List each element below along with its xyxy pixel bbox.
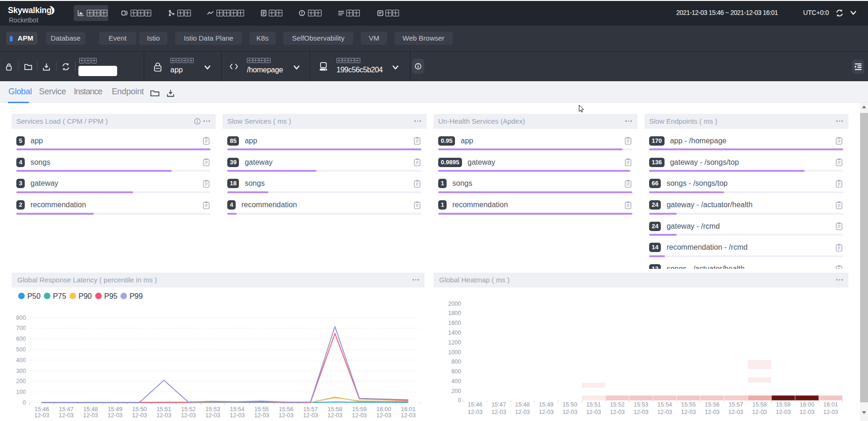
svg-text:12-03: 12-03 [376,412,391,419]
svg-text:15:49: 15:49 [539,401,553,408]
svg-text:15:53: 15:53 [205,406,220,413]
svg-text:600: 600 [16,336,26,342]
svg-text:2000: 2000 [448,301,461,307]
svg-text:12-03: 12-03 [59,412,74,419]
svg-text:15:53: 15:53 [634,401,648,408]
svg-text:0: 0 [458,397,461,404]
svg-text:15:59: 15:59 [352,406,366,413]
svg-text:16:01: 16:01 [401,406,415,413]
svg-text:300: 300 [16,368,26,374]
svg-text:16:01: 16:01 [823,401,838,408]
svg-text:15:57: 15:57 [728,401,743,408]
svg-text:12-03: 12-03 [83,412,98,419]
svg-text:200: 200 [451,388,461,394]
svg-text:15:50: 15:50 [132,406,147,413]
svg-text:12-03: 12-03 [515,409,530,415]
svg-text:12-03: 12-03 [705,409,720,415]
svg-text:12-03: 12-03 [181,412,196,419]
svg-text:15:48: 15:48 [515,401,530,408]
svg-text:15:50: 15:50 [563,401,577,408]
svg-text:0: 0 [22,400,26,406]
svg-text:700: 700 [16,325,26,331]
svg-text:400: 400 [16,357,26,364]
svg-text:12-03: 12-03 [230,412,245,419]
svg-text:12-03: 12-03 [681,409,696,415]
svg-text:12-03: 12-03 [562,409,577,415]
svg-text:15:59: 15:59 [776,401,791,408]
svg-text:12-03: 12-03 [610,409,625,415]
svg-text:12-03: 12-03 [799,409,814,415]
svg-text:12-03: 12-03 [728,409,743,415]
svg-text:100: 100 [16,389,26,395]
svg-text:12-03: 12-03 [352,412,367,419]
svg-text:15:54: 15:54 [230,406,245,413]
svg-text:15:52: 15:52 [181,406,196,413]
svg-text:15:58: 15:58 [752,401,767,408]
svg-text:1200: 1200 [448,339,461,346]
svg-text:15:49: 15:49 [108,406,122,413]
svg-text:800: 800 [451,358,461,365]
svg-text:12-03: 12-03 [132,412,147,419]
svg-text:12-03: 12-03 [254,412,269,419]
svg-text:400: 400 [451,378,461,385]
svg-text:12-03: 12-03 [823,409,838,415]
svg-text:800: 800 [16,315,26,321]
svg-text:15:51: 15:51 [157,406,171,413]
svg-text:12-03: 12-03 [539,409,553,415]
svg-text:12-03: 12-03 [35,412,49,419]
svg-text:15:54: 15:54 [658,401,672,408]
svg-text:15:47: 15:47 [59,406,73,413]
svg-text:12-03: 12-03 [468,409,483,415]
svg-text:12-03: 12-03 [279,412,294,419]
svg-text:1000: 1000 [448,349,461,356]
svg-text:12-03: 12-03 [491,409,506,415]
svg-text:15:55: 15:55 [681,401,696,408]
svg-text:12-03: 12-03 [401,412,416,419]
svg-text:1800: 1800 [448,310,461,316]
svg-text:15:48: 15:48 [84,406,98,413]
svg-text:15:57: 15:57 [303,406,318,413]
svg-text:15:51: 15:51 [586,401,601,408]
svg-text:15:52: 15:52 [610,401,624,408]
svg-text:12-03: 12-03 [586,409,601,415]
svg-text:15:47: 15:47 [491,401,506,408]
svg-text:12-03: 12-03 [634,409,649,415]
svg-text:15:58: 15:58 [328,406,342,413]
svg-text:1400: 1400 [448,330,461,336]
svg-text:12-03: 12-03 [752,409,767,415]
svg-text:12-03: 12-03 [108,412,123,419]
svg-text:1600: 1600 [448,320,461,326]
svg-text:12-03: 12-03 [303,412,318,419]
svg-text:15:46: 15:46 [468,401,482,408]
svg-text:12-03: 12-03 [776,409,791,415]
svg-text:12-03: 12-03 [657,409,672,415]
svg-text:12-03: 12-03 [156,412,171,419]
svg-text:15:55: 15:55 [254,406,269,413]
svg-text:12-03: 12-03 [205,412,220,419]
svg-text:15:56: 15:56 [279,406,293,413]
svg-text:200: 200 [16,378,26,385]
svg-text:500: 500 [16,346,26,353]
svg-text:16:00: 16:00 [800,401,814,408]
svg-text:600: 600 [451,368,461,375]
svg-text:15:56: 15:56 [705,401,719,408]
svg-text:12-03: 12-03 [328,412,343,419]
svg-text:16:00: 16:00 [377,406,391,413]
svg-text:15:46: 15:46 [35,406,49,413]
